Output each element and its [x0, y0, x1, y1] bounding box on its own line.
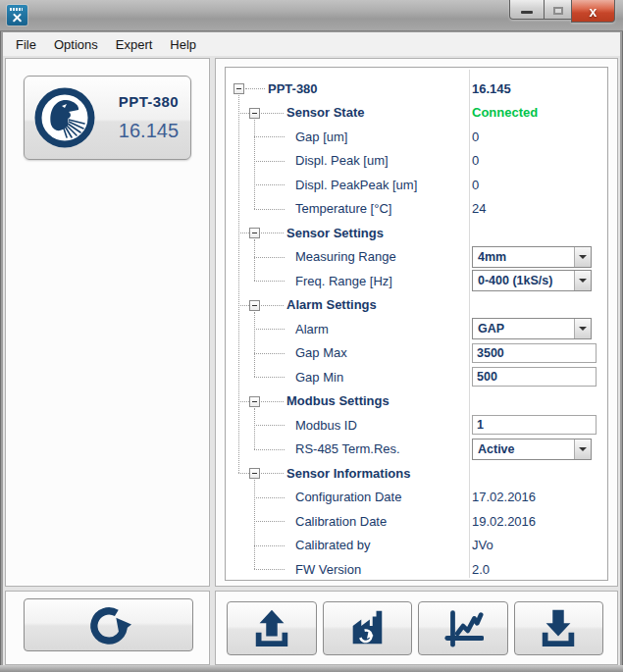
- tree-label: Alarm Settings: [286, 293, 377, 318]
- collapse-toggle-icon[interactable]: [249, 468, 260, 479]
- collapse-toggle-icon[interactable]: [249, 300, 260, 311]
- combo-value: Active: [473, 442, 574, 456]
- content-area: PPT-380 16.145 PPT-38016.145Sensor State…: [3, 57, 620, 665]
- tree-label: Sensor State: [286, 101, 364, 126]
- tree-value-ppt-380: 16.145: [472, 77, 511, 101]
- tree-row-gap-min[interactable]: Gap Min: [226, 365, 607, 389]
- tree-label: Configuration Date: [295, 486, 401, 510]
- tree-row-alarm-settings[interactable]: Alarm Settings: [226, 293, 607, 318]
- tree-row-alarm[interactable]: AlarmGAP: [226, 317, 607, 341]
- tree-row-measuring-range[interactable]: Measuring Range4mm: [226, 245, 607, 270]
- tree-label: PPT-380: [268, 77, 318, 101]
- tree-value-displ-peakpeak-um: 0: [472, 173, 479, 197]
- window-bottom-frame: [0, 665, 623, 672]
- collapse-toggle-icon[interactable]: [249, 108, 260, 119]
- tree-row-configuration-date[interactable]: Configuration Date17.02.2016: [226, 486, 607, 510]
- device-logo-button[interactable]: PPT-380 16.145: [24, 76, 191, 160]
- tree-value-calibration-date: 19.02.2016: [472, 509, 536, 534]
- app-window: x FileOptionsExpertHelp: [0, 0, 623, 672]
- menu-options[interactable]: Options: [45, 32, 107, 56]
- tree-row-modbus-id[interactable]: Modbus ID: [226, 413, 607, 438]
- chevron-down-icon[interactable]: [574, 271, 591, 290]
- menubar: FileOptionsExpertHelp: [3, 32, 620, 57]
- factory-reset-button[interactable]: [323, 601, 413, 655]
- tree-label: Gap Min: [295, 365, 343, 389]
- refresh-button[interactable]: [24, 598, 193, 651]
- app-icon-text: [10, 8, 23, 11]
- tree-row-calibration-date[interactable]: Calibration Date19.02.2016: [226, 509, 607, 534]
- tree-row-sensor-settings[interactable]: Sensor Settings: [226, 221, 607, 245]
- maximize-icon: [553, 7, 563, 15]
- tree-row-modbus-settings[interactable]: Modbus Settings: [226, 389, 607, 414]
- titlebar[interactable]: x: [0, 0, 623, 31]
- download-button[interactable]: [514, 601, 604, 655]
- device-model-label: PPT-380: [119, 93, 179, 110]
- tree-row-sensor-state[interactable]: Sensor StateConnected: [226, 101, 607, 126]
- tree-row-fw-version[interactable]: FW Version2.0: [226, 557, 607, 581]
- tree-value-calibrated-by: JVo: [472, 534, 493, 558]
- minimize-icon: [521, 11, 533, 14]
- chart-button[interactable]: [418, 601, 508, 655]
- tree-label: RS-485 Term.Res.: [295, 438, 400, 462]
- combo-alarm[interactable]: GAP: [472, 318, 592, 339]
- tree-label: Calibration Date: [295, 509, 387, 534]
- tree-label: Modbus Settings: [286, 389, 389, 414]
- collapse-toggle-icon[interactable]: [234, 83, 244, 94]
- collapse-toggle-icon[interactable]: [249, 396, 260, 407]
- download-icon: [538, 607, 579, 648]
- chart-icon: [442, 607, 484, 648]
- tree-row-gap-um[interactable]: Gap [um]0: [226, 125, 607, 149]
- tree-label: Sensor Informations: [286, 461, 410, 486]
- device-panel: PPT-380 16.145: [5, 58, 210, 587]
- refresh-icon: [86, 602, 131, 647]
- tree-label: FW Version: [295, 557, 361, 581]
- tree-value-temperature-c: 24: [472, 197, 486, 222]
- app-icon[interactable]: [7, 5, 27, 26]
- combo-measuring-range[interactable]: 4mm: [472, 246, 592, 268]
- combo-freq-range-hz[interactable]: 0-400 (1kS/s): [472, 270, 592, 291]
- tree-value-configuration-date: 17.02.2016: [472, 486, 536, 510]
- tree-label: Modbus ID: [295, 413, 357, 438]
- menu-help[interactable]: Help: [161, 32, 205, 56]
- tree-row-sensor-informations[interactable]: Sensor Informations: [226, 461, 607, 486]
- minimize-button[interactable]: [509, 0, 545, 20]
- menu-file[interactable]: File: [7, 32, 45, 56]
- tree-row-temperature-c[interactable]: Temperature [°C]24: [226, 197, 607, 222]
- tree-row-rs-485-term-res[interactable]: RS-485 Term.Res.Active: [226, 438, 607, 462]
- tree-row-calibrated-by[interactable]: Calibrated byJVo: [226, 534, 607, 558]
- combo-rs-485-term-res[interactable]: Active: [472, 439, 592, 460]
- tree-row-freq-range-hz[interactable]: Freq. Range [Hz]0-400 (1kS/s): [226, 269, 607, 293]
- tree-label: Freq. Range [Hz]: [295, 269, 392, 293]
- tree-row-displ-peakpeak-um[interactable]: Displ. PeakPeak [um]0: [226, 173, 607, 197]
- combo-value: 4mm: [473, 250, 574, 264]
- actions-panel: [215, 591, 618, 665]
- chevron-down-icon[interactable]: [574, 247, 591, 267]
- tree-value-gap-um: 0: [472, 125, 479, 149]
- tree-label: Sensor Settings: [286, 221, 384, 245]
- close-button[interactable]: x: [571, 0, 615, 23]
- sensor-tree: PPT-38016.145Sensor StateConnectedGap [u…: [225, 67, 608, 581]
- upload-icon: [251, 607, 292, 648]
- collapse-toggle-icon[interactable]: [249, 228, 260, 238]
- menu-expert[interactable]: Expert: [107, 32, 162, 56]
- factory-reset-icon: [346, 607, 388, 648]
- upload-button[interactable]: [227, 601, 317, 655]
- combo-value: GAP: [473, 322, 574, 336]
- chevron-down-icon[interactable]: [574, 439, 591, 459]
- close-icon: x: [590, 5, 597, 19]
- tree-row-displ-peak-um[interactable]: Displ. Peak [um]0: [226, 149, 607, 174]
- tree-label: Gap [um]: [295, 125, 347, 149]
- input-gap-max[interactable]: [472, 343, 597, 363]
- maximize-button[interactable]: [544, 0, 572, 20]
- tree-label: Displ. PeakPeak [um]: [295, 173, 417, 197]
- input-modbus-id[interactable]: [472, 415, 597, 435]
- tree-value-fw-version: 2.0: [472, 557, 490, 581]
- settings-panel: PPT-38016.145Sensor StateConnectedGap [u…: [215, 58, 618, 587]
- tree-label: Gap Max: [295, 341, 347, 366]
- tree-row-gap-max[interactable]: Gap Max: [226, 341, 607, 366]
- input-gap-min[interactable]: [472, 367, 597, 387]
- tree-label: Calibrated by: [295, 534, 371, 558]
- chevron-down-icon[interactable]: [574, 319, 591, 338]
- tree-row-ppt-380[interactable]: PPT-38016.145: [226, 77, 607, 101]
- tree-value-displ-peak-um: 0: [472, 149, 479, 174]
